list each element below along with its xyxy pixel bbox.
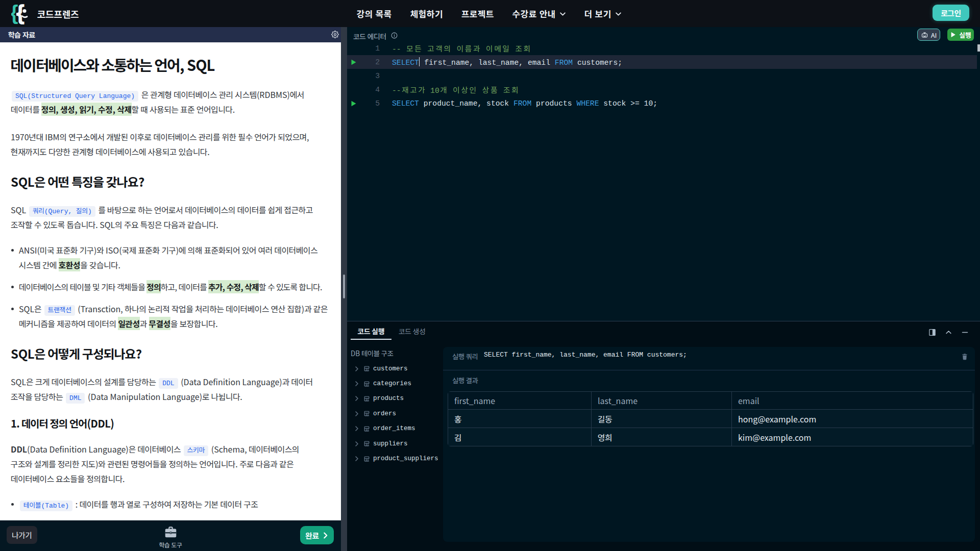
svg-text:{: { — [16, 4, 24, 24]
